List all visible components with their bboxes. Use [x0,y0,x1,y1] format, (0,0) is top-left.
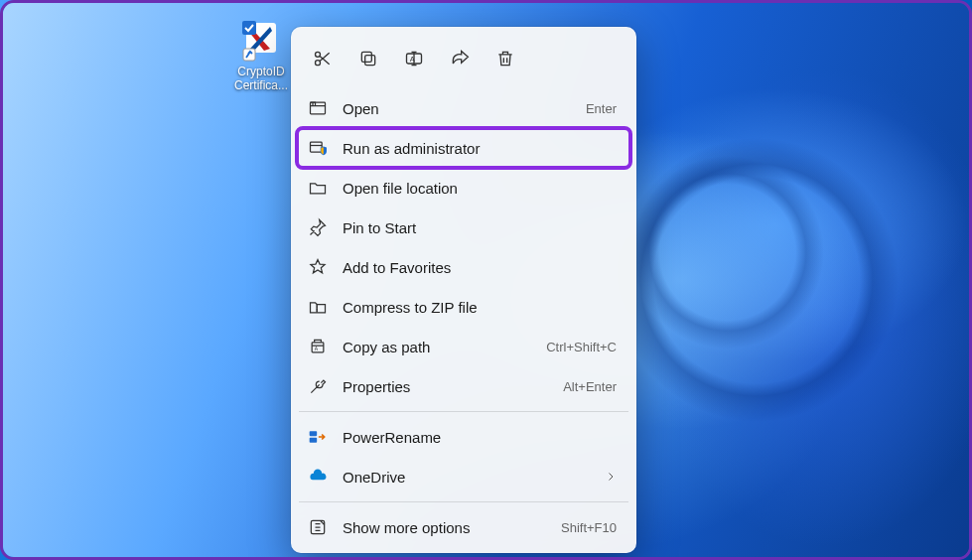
menu-item-properties[interactable]: Properties Alt+Enter [297,366,630,406]
menu-separator [299,501,628,502]
scissors-icon [313,49,333,69]
menu-item-show-more[interactable]: Show more options Shift+F10 [297,507,630,547]
menu-item-add-favorites[interactable]: Add to Favorites [297,247,630,287]
delete-button[interactable] [484,39,527,78]
menu-item-label: Copy as path [343,339,546,355]
menu-item-label: Open [343,100,586,117]
svg-rect-14 [310,438,318,443]
quick-actions-row: A [297,33,630,88]
menu-item-open-location[interactable]: Open file location [297,168,630,208]
menu-item-copy-path[interactable]: A Copy as path Ctrl+Shift+C [297,327,630,366]
svg-rect-13 [310,431,318,436]
context-menu: A Open Enter Run as administrator Open f… [291,27,636,553]
menu-item-label: Properties [343,378,563,395]
trash-icon [495,49,515,69]
desktop-shortcut[interactable]: CryptoID Certifica... [226,21,296,92]
menu-item-label: Add to Favorites [343,259,617,276]
rename-button[interactable]: A [392,39,436,78]
menu-separator [299,411,628,412]
powerrename-icon [307,426,329,448]
menu-item-run-as-admin[interactable]: Run as administrator [295,126,632,170]
shield-admin-icon [307,137,329,159]
menu-item-compress-zip[interactable]: Compress to ZIP file [297,287,630,327]
menu-item-label: Show more options [343,519,561,536]
svg-rect-5 [365,56,375,66]
menu-item-label: PowerRename [343,429,617,446]
menu-item-powerrename[interactable]: PowerRename [297,417,630,457]
menu-item-label: Run as administrator [343,140,617,157]
folder-icon [307,177,329,199]
share-button[interactable] [438,39,482,78]
zip-icon [307,296,329,318]
more-options-icon [307,516,329,538]
share-icon [450,49,470,69]
menu-item-shortcut: Shift+F10 [561,520,617,535]
menu-item-shortcut: Alt+Enter [563,379,617,394]
menu-item-onedrive[interactable]: OneDrive [297,457,630,496]
star-icon [307,256,329,278]
copy-button[interactable] [347,39,390,78]
copy-path-icon: A [307,336,329,357]
menu-item-label: Pin to Start [343,219,617,236]
menu-item-shortcut: Enter [586,101,617,116]
app-shortcut-icon [240,21,282,63]
menu-item-label: Compress to ZIP file [343,299,617,316]
svg-text:A: A [410,55,415,64]
wrench-icon [307,375,329,397]
svg-rect-1 [242,21,256,35]
svg-rect-10 [311,142,323,152]
svg-point-3 [316,52,321,57]
menu-item-shortcut: Ctrl+Shift+C [546,340,617,354]
svg-text:A: A [315,346,319,351]
copy-icon [358,49,378,69]
onedrive-icon [307,466,329,488]
menu-item-label: OneDrive [343,469,597,486]
menu-item-pin-start[interactable]: Pin to Start [297,208,630,247]
cut-button[interactable] [301,39,345,78]
menu-item-open[interactable]: Open Enter [297,88,630,128]
desktop-shortcut-label: CryptoID Certifica... [226,65,296,92]
open-icon [307,97,329,119]
svg-rect-6 [361,52,371,62]
rename-icon: A [404,49,424,69]
svg-point-4 [316,61,321,66]
chevron-right-icon [605,471,617,483]
menu-item-label: Open file location [343,180,617,197]
pin-icon [307,216,329,238]
